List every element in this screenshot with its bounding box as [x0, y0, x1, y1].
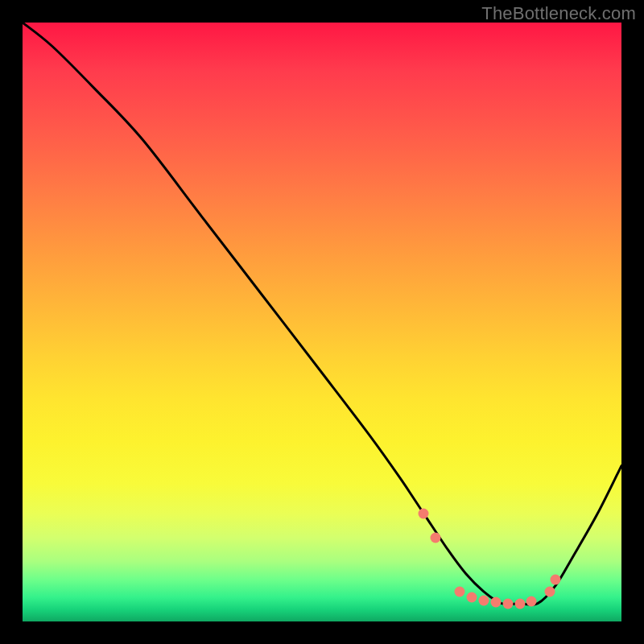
curve-marker	[514, 598, 525, 609]
chart-plot-area	[23, 23, 621, 621]
curve-marker	[478, 595, 489, 605]
bottleneck-curve	[23, 23, 621, 605]
curve-marker	[431, 532, 441, 543]
curve-marker	[526, 597, 537, 607]
curve-marker	[419, 509, 429, 519]
chart-frame: TheBottleneck.com	[0, 0, 644, 644]
curve-marker	[544, 586, 555, 597]
curve-marker	[551, 574, 561, 584]
curve-svg	[23, 23, 621, 621]
curve-marker	[467, 592, 477, 603]
curve-marker	[502, 598, 513, 609]
curve-marker	[455, 586, 465, 597]
attribution-text: TheBottleneck.com	[481, 3, 636, 24]
curve-marker	[490, 597, 501, 608]
